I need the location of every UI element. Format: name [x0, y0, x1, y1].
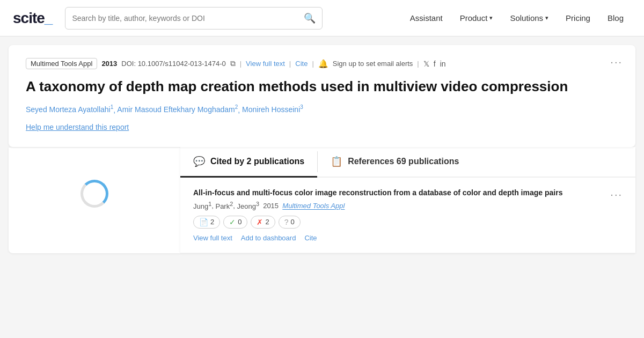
- loading-spinner: [80, 180, 108, 208]
- search-icon: 🔍: [304, 12, 316, 24]
- search-input[interactable]: [72, 14, 304, 23]
- article-meta: Multimed Tools Appl 2013 DOI: 10.1007/s1…: [26, 58, 618, 69]
- nav-item-assistant[interactable]: Assistant: [402, 9, 450, 27]
- tabs: 💬 Cited by 2 publications 📋 References 6…: [180, 147, 635, 178]
- alert-text: Sign up to set email alerts: [333, 60, 413, 68]
- tab-cited-by-label: Cited by 2 publications: [210, 157, 304, 166]
- contradicting-badge: ✗ 2: [251, 216, 275, 229]
- header: scite_ 🔍 Assistant Product ▾ Solutions ▾…: [0, 0, 644, 36]
- facebook-icon[interactable]: f: [434, 60, 436, 68]
- logo[interactable]: scite_: [13, 10, 52, 27]
- document-icon: 📋: [331, 156, 342, 167]
- article-year: 2013: [101, 60, 117, 68]
- right-panel: 💬 Cited by 2 publications 📋 References 6…: [180, 147, 635, 253]
- supporting-value: 0: [238, 218, 241, 226]
- citation-author-1[interactable]: Jung1: [193, 202, 211, 210]
- nav-item-solutions[interactable]: Solutions ▾: [502, 9, 556, 27]
- total-citations-value: 2: [210, 218, 214, 226]
- contradicting-value: 2: [265, 218, 269, 226]
- question-circle-icon: ?: [284, 218, 289, 226]
- cross-circle-icon: ✗: [257, 218, 263, 226]
- citation-stats: 📄 2 ✓ 0 ✗ 2 ? 0: [193, 216, 623, 229]
- author-2[interactable]: Amir Masoud Eftekhary Moghadam2: [117, 105, 238, 114]
- more-options-button[interactable]: ···: [610, 56, 623, 68]
- author-3[interactable]: Monireh Hosseini3: [242, 105, 303, 114]
- check-circle-icon: ✓: [229, 218, 236, 226]
- mentioning-value: 0: [291, 218, 295, 226]
- help-link[interactable]: Help me understand this report: [26, 123, 129, 131]
- mentioning-badge: ? 0: [279, 216, 301, 229]
- twitter-icon[interactable]: 𝕏: [423, 60, 429, 68]
- article-title: A taxonomy of depth map creation methods…: [26, 78, 618, 96]
- nav-item-pricing[interactable]: Pricing: [558, 9, 598, 27]
- copy-icon[interactable]: ⧉: [230, 59, 236, 68]
- citation-journal-link[interactable]: Multimed Tools Appl: [282, 202, 345, 210]
- main-nav: Assistant Product ▾ Solutions ▾ Pricing …: [402, 9, 631, 27]
- linkedin-icon[interactable]: in: [440, 60, 446, 68]
- article-doi: DOI: 10.1007/s11042-013-1474-0: [121, 60, 225, 68]
- authors: Seyed Morteza Ayatollahi1, Amir Masoud E…: [26, 105, 618, 114]
- article-card: Multimed Tools Appl 2013 DOI: 10.1007/s1…: [9, 45, 635, 147]
- citation-actions: View full text Add to dashboard Cite: [193, 234, 623, 242]
- tab-references[interactable]: 📋 References 69 publications: [318, 147, 472, 178]
- journal-badge: Multimed Tools Appl: [26, 58, 97, 69]
- search-bar: 🔍: [65, 7, 323, 30]
- citation-authors: Jung1, Park2, Jeong3 2015 Multimed Tools…: [193, 200, 623, 210]
- author-1[interactable]: Seyed Morteza Ayatollahi1: [26, 105, 113, 114]
- total-citations-badge: 📄 2: [193, 216, 220, 229]
- citation-cite[interactable]: Cite: [304, 234, 317, 242]
- citation-add-to-dashboard[interactable]: Add to dashboard: [241, 234, 296, 242]
- citation-author-3[interactable]: Jeong3: [237, 202, 259, 210]
- bell-icon: 🔔: [318, 59, 328, 69]
- nav-item-blog[interactable]: Blog: [600, 9, 631, 27]
- supporting-badge: ✓ 0: [223, 216, 247, 229]
- document-stat-icon: 📄: [199, 218, 208, 226]
- citation-more-options[interactable]: ···: [610, 188, 623, 201]
- cite-link[interactable]: Cite: [295, 60, 308, 68]
- chevron-down-icon: ▾: [489, 14, 493, 21]
- tab-references-label: References 69 publications: [348, 157, 459, 166]
- nav-item-product[interactable]: Product ▾: [452, 9, 501, 27]
- chevron-down-icon: ▾: [545, 14, 548, 21]
- citation-title: All-in-focus and multi-focus color image…: [193, 188, 623, 197]
- view-full-text-link[interactable]: View full text: [246, 60, 285, 68]
- tab-cited-by[interactable]: 💬 Cited by 2 publications: [180, 147, 317, 178]
- chat-icon: 💬: [193, 156, 205, 167]
- bottom-section: 💬 Cited by 2 publications 📋 References 6…: [9, 147, 635, 253]
- left-panel: [9, 147, 180, 253]
- citation-author-2[interactable]: Park2: [215, 202, 233, 210]
- citation-card: ··· All-in-focus and multi-focus color i…: [180, 178, 635, 253]
- citation-view-full-text[interactable]: View full text: [193, 234, 232, 242]
